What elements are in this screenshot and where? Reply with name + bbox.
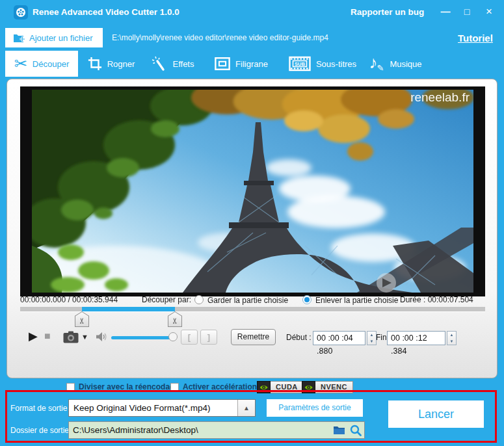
cuda-label: CUDA <box>271 381 304 393</box>
video-frame-image <box>32 90 473 293</box>
tab-label: Découper <box>33 59 69 69</box>
format-dropdown-arrow-icon[interactable]: ▲ <box>237 400 255 416</box>
start-time-stepper[interactable]: ▲ ▼ <box>367 331 377 345</box>
snapshot-button[interactable] <box>63 331 79 343</box>
add-file-button[interactable]: Ajouter un fichier <box>5 28 103 47</box>
start-time-label: Début : <box>286 333 312 342</box>
tutorial-link[interactable]: Tutoriel <box>458 33 493 44</box>
video-watermark: reneelab.fr <box>410 90 470 105</box>
scissors-handle-icon: ✂ <box>77 317 88 324</box>
tab-label: Rogner <box>107 59 135 69</box>
watermark-icon <box>215 57 230 71</box>
loaded-file-path: E:\molly\molly\renee video editor\renee … <box>112 33 328 42</box>
mark-end-button[interactable]: ] <box>200 330 217 345</box>
pencil-icon: ✎ <box>377 63 384 73</box>
cut-by-label: Découper par: <box>142 295 191 304</box>
tab-musique[interactable]: ♪ ✎ Musique <box>363 51 428 77</box>
spin-up-icon[interactable]: ▲ <box>367 332 376 338</box>
tab-decouper[interactable]: ✂ Découper <box>5 51 78 77</box>
play-button[interactable]: ▶ <box>29 329 38 343</box>
tab-label: Filigrane <box>235 59 268 69</box>
format-select[interactable]: Keep Original Video Format(*.mp4) ▲ <box>68 399 256 417</box>
maximize-button[interactable]: □ <box>458 4 475 20</box>
tab-effets[interactable]: Effets <box>144 51 202 77</box>
radio-remove-label[interactable]: Enlever la partie choisie <box>315 296 398 305</box>
radio-keep-part[interactable] <box>194 295 204 304</box>
format-label: Format de sortie : <box>10 404 72 413</box>
output-folder-input[interactable]: C:\Users\Administrator\Desktop\ <box>68 421 365 439</box>
tab-filigrane[interactable]: Filigrane <box>209 51 273 77</box>
magic-wand-icon <box>152 56 167 72</box>
radio-remove-part[interactable] <box>302 295 312 304</box>
stop-button[interactable]: ■ <box>44 330 51 342</box>
trim-track[interactable] <box>20 307 485 311</box>
reset-button[interactable]: Remettre <box>231 329 276 345</box>
editor-panel: reneelab.fr 00:00:00.000 / 00:00:35.944 … <box>7 79 497 378</box>
add-file-label: Ajouter un fichier <box>29 33 93 43</box>
window-title: Renee Advanced Video Cutter 1.0.0 <box>33 7 179 17</box>
nvenc-label: NVENC <box>315 381 353 393</box>
magnifier-icon <box>350 425 362 436</box>
tab-label: Musique <box>390 59 421 69</box>
minimize-button[interactable]: — <box>437 4 454 20</box>
app-logo-icon <box>14 5 28 20</box>
end-time-input[interactable]: 00 :00 :12 .384 <box>387 331 445 345</box>
folder-add-icon <box>13 33 25 43</box>
nvenc-badge: NVENC <box>302 381 353 393</box>
snapshot-menu-caret[interactable]: ▼ <box>81 333 88 341</box>
tab-label: Sous-titres <box>316 59 356 69</box>
mark-start-button[interactable]: [ <box>181 330 198 345</box>
tab-sous-titres[interactable]: SUB Sous-titres <box>286 51 359 77</box>
trim-start-handle[interactable]: ✂ <box>75 311 89 327</box>
format-value: Keep Original Video Format(*.mp4) <box>69 403 237 413</box>
scissors-icon: ✂ <box>14 56 27 72</box>
trim-selection[interactable] <box>82 307 175 311</box>
volume-icon[interactable] <box>96 332 107 342</box>
camera-icon <box>63 331 79 343</box>
scissors-handle-icon: ✂ <box>170 317 181 324</box>
spin-down-icon[interactable]: ▼ <box>447 338 456 345</box>
report-bug-link[interactable]: Rapporter un bug <box>351 7 424 17</box>
video-preview[interactable]: reneelab.fr <box>20 86 485 296</box>
crop-icon <box>88 57 102 71</box>
nvidia-logo-icon <box>257 381 271 393</box>
tab-rogner[interactable]: Rogner <box>82 51 140 77</box>
open-folder-button[interactable] <box>347 425 364 436</box>
time-position: 00:00:00.000 / 00:00:35.944 <box>20 295 118 304</box>
trim-end-handle[interactable]: ✂ <box>168 311 182 327</box>
tab-bar: ✂ Découper Rogner Effets <box>0 51 504 77</box>
split-reencode-label[interactable]: Diviser avec la réencodage <box>79 382 179 391</box>
svg-text:SUB: SUB <box>295 61 305 67</box>
volume-slider-handle[interactable] <box>168 332 178 341</box>
output-settings-button[interactable]: Paramètres de sortie <box>267 399 363 417</box>
spin-up-icon[interactable]: ▲ <box>447 332 456 338</box>
launch-button[interactable]: Lancer <box>388 400 484 428</box>
tab-label: Effets <box>172 59 194 69</box>
folder-icon <box>333 425 345 435</box>
duration-label: Durée : 00:00:07.504 <box>400 295 473 304</box>
folder-label: Dossier de sortie : <box>10 426 73 435</box>
output-folder-value: C:\Users\Administrator\Desktop\ <box>69 425 330 435</box>
app-window: Renee Advanced Video Cutter 1.0.0 Rappor… <box>0 0 504 446</box>
browse-folder-button[interactable] <box>330 425 347 435</box>
title-bar: Renee Advanced Video Cutter 1.0.0 Rappor… <box>0 0 504 25</box>
radio-keep-label[interactable]: Garder la partie choisie <box>207 296 288 305</box>
nvidia-logo-icon <box>302 381 315 393</box>
split-reencode-checkbox[interactable] <box>66 383 75 391</box>
spin-down-icon[interactable]: ▼ <box>367 338 376 345</box>
gpu-accel-checkbox[interactable] <box>170 383 179 391</box>
video-overlay-button <box>377 273 396 293</box>
start-time-input[interactable]: 00 :00 :04 .880 <box>313 331 365 345</box>
subtitles-icon: SUB <box>289 56 311 72</box>
close-button[interactable]: × <box>481 4 497 20</box>
cuda-badge: CUDA <box>257 381 304 393</box>
volume-slider[interactable] <box>111 336 175 339</box>
end-time-stepper[interactable]: ▲ ▼ <box>447 331 457 345</box>
